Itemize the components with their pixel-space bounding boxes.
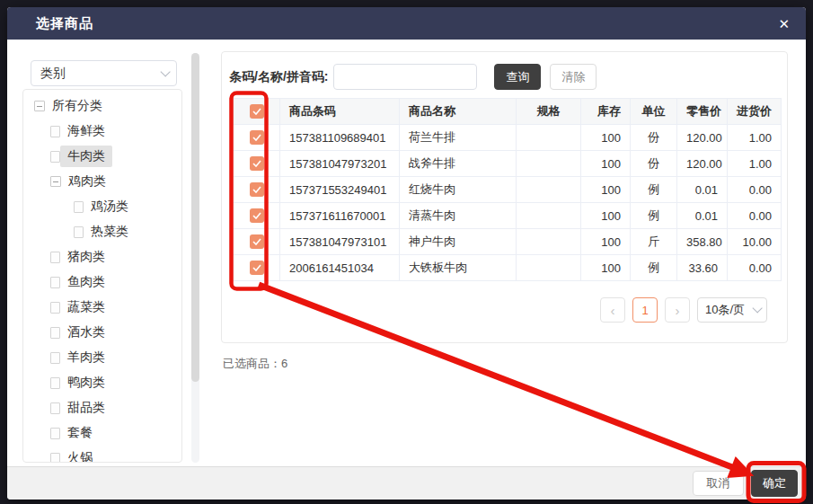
cell-商品名称: 红烧牛肉 xyxy=(400,177,517,203)
modal-header: 选择商品 ✕ xyxy=(7,7,806,40)
select-product-modal: 选择商品 ✕ 类别 所有分类海鲜类牛肉类鸡肉类鸡汤类热菜类猪肉类鱼肉类蔬菜类酒水… xyxy=(7,7,806,500)
tree-item-鸡汤类[interactable]: 鸡汤类 xyxy=(23,194,181,219)
tree-item-所有分类[interactable]: 所有分类 xyxy=(23,93,181,119)
tree-item-label: 蔬菜类 xyxy=(60,296,112,318)
table-row[interactable]: 157371611670001清蒸牛肉100例0.010.00 xyxy=(234,203,782,229)
search-label: 条码/名称/拼音码: xyxy=(229,69,328,85)
document-icon xyxy=(50,453,60,464)
cell-商品名称: 荷兰牛排 xyxy=(400,125,517,151)
select-all-checkbox[interactable] xyxy=(250,104,264,119)
tree-item-猪肉类[interactable]: 猪肉类 xyxy=(23,244,181,270)
current-page-button[interactable]: 1 xyxy=(632,297,658,323)
tree-item-羊肉类[interactable]: 羊肉类 xyxy=(23,345,181,370)
cell-进货价: 0.00 xyxy=(728,177,782,203)
row-checkbox[interactable] xyxy=(250,261,264,275)
cell-库存: 100 xyxy=(581,229,631,255)
tree-scrollbar-thumb[interactable] xyxy=(191,53,199,382)
cell-零售价: 120.00 xyxy=(677,151,728,177)
tree-item-火锅[interactable]: 火锅 xyxy=(23,446,181,463)
cell-单位: 例 xyxy=(631,255,677,281)
tree-item-鸭肉类[interactable]: 鸭肉类 xyxy=(23,370,181,395)
row-checkbox-cell xyxy=(234,203,280,229)
document-icon xyxy=(50,151,60,163)
row-checkbox[interactable] xyxy=(250,156,264,171)
table-row[interactable]: 157371553249401红烧牛肉100例0.010.00 xyxy=(234,177,782,203)
tree-item-蔬菜类[interactable]: 蔬菜类 xyxy=(23,295,181,320)
column-header-商品条码: 商品条码 xyxy=(280,99,400,125)
prev-page-button[interactable]: ‹ xyxy=(600,297,625,323)
tree-item-label: 海鲜类 xyxy=(60,120,112,142)
row-checkbox-cell xyxy=(234,177,280,203)
search-input[interactable] xyxy=(333,64,477,90)
tree-item-label: 火锅 xyxy=(60,447,100,463)
document-icon xyxy=(50,327,60,339)
select-all-header-cell xyxy=(234,99,280,125)
document-icon xyxy=(50,277,60,288)
document-icon xyxy=(74,201,84,213)
row-checkbox[interactable] xyxy=(250,208,264,223)
column-header-单位: 单位 xyxy=(631,99,677,125)
tree-item-label: 甜品类 xyxy=(60,397,112,419)
tree-item-甜品类[interactable]: 甜品类 xyxy=(23,395,181,420)
cell-商品条码: 157381109689401 xyxy=(280,125,400,151)
cell-商品名称: 神户牛肉 xyxy=(400,229,517,255)
cell-零售价: 120.00 xyxy=(677,125,728,151)
tree-item-label: 羊肉类 xyxy=(60,347,112,368)
cell-库存: 100 xyxy=(581,125,631,151)
document-icon xyxy=(50,352,60,364)
tree-item-label: 所有分类 xyxy=(45,95,110,117)
cell-进货价: 1.00 xyxy=(728,125,782,151)
cell-商品条码: 157381047973201 xyxy=(280,151,400,177)
tree-item-套餐[interactable]: 套餐 xyxy=(23,420,181,446)
cell-零售价: 33.60 xyxy=(677,255,728,281)
cell-规格 xyxy=(517,125,581,151)
tree-item-海鲜类[interactable]: 海鲜类 xyxy=(23,119,181,144)
cell-规格 xyxy=(517,229,581,255)
document-icon xyxy=(50,126,60,137)
next-page-button[interactable]: › xyxy=(665,297,690,323)
confirm-button[interactable]: 确定 xyxy=(751,470,798,497)
tree-item-label: 鸭肉类 xyxy=(60,372,112,393)
tree-item-热菜类[interactable]: 热菜类 xyxy=(23,219,181,244)
cell-库存: 100 xyxy=(581,177,631,203)
pagination: ‹ 1 › 10条/页 xyxy=(600,297,767,323)
cell-单位: 例 xyxy=(631,177,677,203)
close-icon[interactable]: ✕ xyxy=(778,17,790,31)
tree-item-label: 鸡汤类 xyxy=(84,196,136,217)
tree-item-鸡肉类[interactable]: 鸡肉类 xyxy=(23,169,181,194)
cell-库存: 100 xyxy=(581,151,631,177)
cell-商品名称: 清蒸牛肉 xyxy=(400,203,517,229)
table-row[interactable]: 157381047973101神户牛肉100斤358.8010.00 xyxy=(234,229,782,255)
cancel-button[interactable]: 取消 xyxy=(693,471,744,496)
row-checkbox[interactable] xyxy=(250,182,264,197)
column-header-规格: 规格 xyxy=(517,99,581,125)
table-row[interactable]: 157381109689401荷兰牛排100份120.001.00 xyxy=(234,125,782,151)
row-checkbox[interactable] xyxy=(250,234,264,249)
category-select[interactable]: 类别 xyxy=(31,60,177,86)
product-panel: 条码/名称/拼音码: 查询 清除 商品条码商品名称规格库存单位零售价进货价 15… xyxy=(221,51,788,343)
tree-item-酒水类[interactable]: 酒水类 xyxy=(23,320,181,345)
collapse-icon[interactable] xyxy=(34,101,45,111)
tree-item-label: 猪肉类 xyxy=(60,246,112,268)
table-row[interactable]: 157381047973201战斧牛排100份120.001.00 xyxy=(234,151,782,177)
cell-商品名称: 大铁板牛肉 xyxy=(400,255,517,281)
category-select-value: 类别 xyxy=(40,66,66,82)
table-body: 157381109689401荷兰牛排100份120.001.001573810… xyxy=(234,125,782,281)
cell-零售价: 358.80 xyxy=(677,229,728,255)
cell-商品条码: 157371611670001 xyxy=(280,203,400,229)
cell-规格 xyxy=(517,255,581,281)
tree-item-鱼肉类[interactable]: 鱼肉类 xyxy=(23,270,181,295)
cell-进货价: 10.00 xyxy=(728,229,782,255)
clear-button[interactable]: 清除 xyxy=(550,64,596,90)
cell-规格 xyxy=(517,203,581,229)
row-checkbox[interactable] xyxy=(250,130,264,145)
tree-item-label: 鸡肉类 xyxy=(61,171,113,192)
query-button[interactable]: 查询 xyxy=(494,64,541,90)
tree-item-牛肉类[interactable]: 牛肉类 xyxy=(23,144,181,169)
cell-商品名称: 战斧牛排 xyxy=(400,151,517,177)
table-row[interactable]: 2006161451034大铁板牛肉100例33.600.00 xyxy=(234,255,782,281)
row-checkbox-cell xyxy=(234,125,280,151)
page-size-select[interactable]: 10条/页 xyxy=(697,297,767,323)
document-icon xyxy=(74,226,84,238)
collapse-icon[interactable] xyxy=(50,176,61,187)
